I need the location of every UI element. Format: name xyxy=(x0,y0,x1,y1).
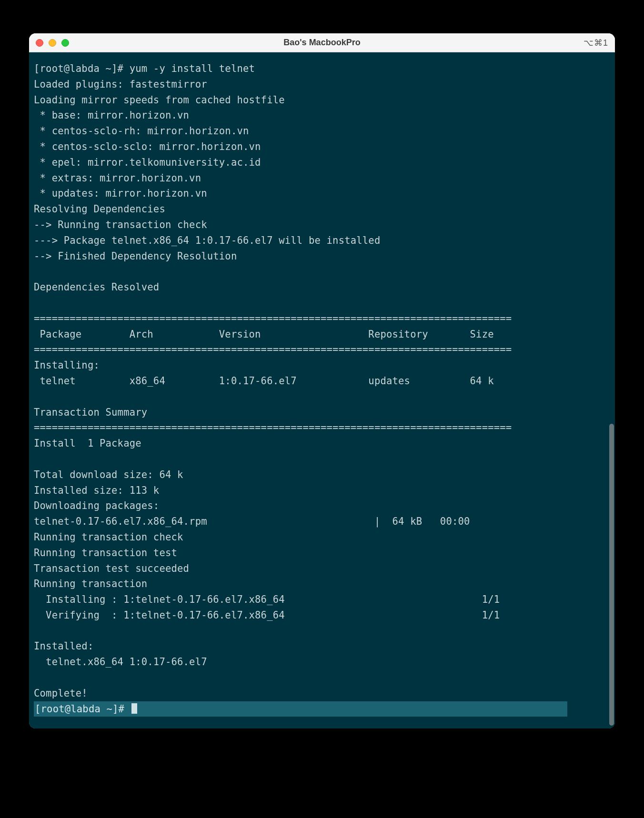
window-shortcut-badge: ⌥⌘1 xyxy=(584,38,608,48)
cursor-icon xyxy=(131,703,137,714)
terminal-window: Bao's MacbookPro ⌥⌘1 [root@labda ~]# yum… xyxy=(29,33,615,728)
minimize-icon[interactable] xyxy=(49,39,56,47)
terminal-body: Loaded plugins: fastestmirror Loading mi… xyxy=(34,77,610,701)
window-title: Bao's MacbookPro xyxy=(29,38,615,48)
close-icon[interactable] xyxy=(36,39,43,47)
window-titlebar[interactable]: Bao's MacbookPro ⌥⌘1 xyxy=(29,33,615,52)
terminal-viewport[interactable]: [root@labda ~]# yum -y install telnetLoa… xyxy=(29,52,615,728)
traffic-lights xyxy=(36,39,69,47)
desktop-background: Bao's MacbookPro ⌥⌘1 [root@labda ~]# yum… xyxy=(0,0,644,818)
scrollbar-thumb[interactable] xyxy=(609,424,614,726)
scrollbar-track[interactable] xyxy=(609,55,614,726)
terminal-line: [root@labda ~]# yum -y install telnet xyxy=(34,61,610,77)
terminal-content[interactable]: [root@labda ~]# yum -y install telnetLoa… xyxy=(29,52,615,728)
fullscreen-icon[interactable] xyxy=(61,39,69,47)
terminal-prompt-active[interactable]: [root@labda ~]# xyxy=(34,701,567,717)
prompt-text: [root@labda ~]# xyxy=(35,703,131,715)
